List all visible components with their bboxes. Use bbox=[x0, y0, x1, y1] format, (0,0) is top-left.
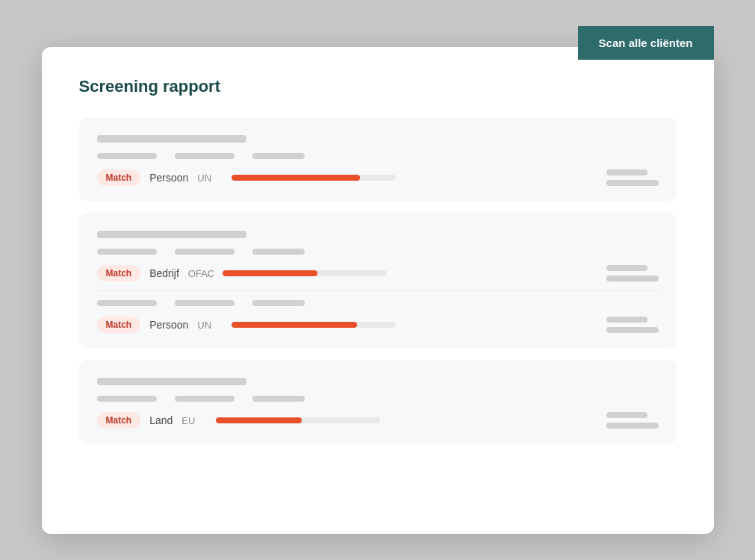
card1-content-row: Match Persoon UN bbox=[97, 169, 659, 186]
right-skeletons bbox=[606, 169, 659, 186]
card2-section-2: Match Persoon UN bbox=[97, 290, 659, 333]
list-label: EU bbox=[181, 415, 208, 426]
card2-content-row-1: Match Bedrijf OFAC bbox=[97, 265, 659, 281]
progress-bar-fill bbox=[232, 175, 360, 181]
right-skeletons bbox=[606, 265, 659, 281]
skeleton-line bbox=[175, 300, 234, 306]
skeleton-line bbox=[175, 249, 234, 255]
progress-section: OFAC bbox=[188, 268, 597, 279]
progress-bar-fill bbox=[232, 322, 356, 328]
match-badge: Match bbox=[97, 317, 141, 333]
card3-meta-row bbox=[97, 396, 659, 402]
skeleton-line bbox=[97, 378, 246, 385]
card3-content-row: Match Land EU bbox=[97, 412, 659, 429]
scan-button-label: Scan alle cliënten bbox=[599, 37, 693, 49]
progress-section: UN bbox=[197, 320, 597, 331]
card2-section-1: Match Bedrijf OFAC bbox=[97, 228, 659, 290]
outer-wrapper: Scan alle cliënten Screening rapport Mat… bbox=[42, 26, 714, 534]
right-skeletons bbox=[606, 412, 659, 429]
skeleton-line bbox=[97, 396, 157, 402]
right-skeletons bbox=[606, 317, 659, 333]
page-title: Screening rapport bbox=[79, 77, 677, 96]
skeleton-line bbox=[606, 412, 647, 418]
skeleton-line bbox=[252, 396, 305, 402]
entity-type: Bedrijf bbox=[149, 267, 179, 279]
progress-bar-fill bbox=[223, 270, 318, 276]
skeleton-line bbox=[97, 135, 246, 143]
skeleton-line bbox=[606, 317, 647, 323]
progress-section: UN bbox=[197, 172, 597, 184]
progress-bar-bg bbox=[223, 270, 387, 276]
skeleton-line bbox=[252, 300, 305, 306]
card1-top-skeleton bbox=[97, 132, 659, 146]
skeleton-line bbox=[606, 169, 647, 175]
skeleton-line bbox=[175, 396, 234, 402]
match-badge: Match bbox=[97, 169, 141, 186]
skeleton-line bbox=[97, 231, 246, 238]
card2-meta-row-2 bbox=[97, 300, 659, 306]
scan-all-clients-button[interactable]: Scan alle cliënten bbox=[578, 26, 714, 60]
skeleton-line bbox=[606, 180, 659, 186]
card2-meta-row bbox=[97, 249, 659, 255]
report-card-2: Match Bedrijf OFAC bbox=[79, 213, 677, 348]
progress-bar-fill bbox=[216, 417, 301, 423]
skeleton-line bbox=[252, 153, 305, 159]
skeleton-line bbox=[97, 249, 157, 255]
report-card-3: Match Land EU bbox=[79, 360, 677, 444]
report-card-1: Match Persoon UN bbox=[79, 117, 677, 201]
list-label: UN bbox=[197, 172, 224, 184]
card1-meta-row bbox=[97, 153, 659, 159]
list-label: UN bbox=[197, 320, 224, 331]
card2-top-skeleton bbox=[97, 228, 659, 241]
main-card: Screening rapport Match Persoon UN bbox=[42, 47, 714, 534]
list-label: OFAC bbox=[188, 268, 215, 279]
skeleton-line bbox=[97, 300, 157, 306]
entity-type: Persoon bbox=[149, 172, 188, 184]
progress-bar-bg bbox=[216, 417, 380, 423]
match-badge: Match bbox=[97, 265, 141, 281]
skeleton-line bbox=[97, 153, 157, 159]
skeleton-line bbox=[606, 327, 659, 333]
card2-content-row-2: Match Persoon UN bbox=[97, 317, 659, 333]
progress-section: EU bbox=[181, 415, 597, 426]
progress-bar-bg bbox=[232, 175, 396, 181]
match-badge: Match bbox=[97, 412, 141, 429]
progress-bar-bg bbox=[232, 322, 396, 328]
entity-type: Persoon bbox=[149, 319, 188, 331]
card3-top-skeleton bbox=[97, 375, 659, 388]
skeleton-line bbox=[606, 423, 659, 429]
skeleton-line bbox=[606, 276, 659, 281]
entity-type: Land bbox=[149, 414, 173, 426]
skeleton-line bbox=[606, 265, 647, 271]
skeleton-line bbox=[252, 249, 305, 255]
skeleton-line bbox=[175, 153, 234, 159]
